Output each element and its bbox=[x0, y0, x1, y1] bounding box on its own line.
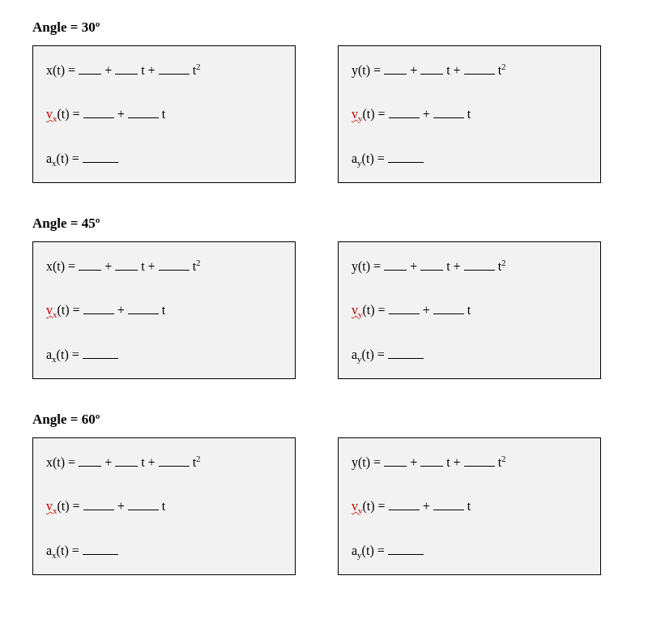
blank bbox=[83, 543, 118, 554]
velocity-equation: vy(t) = + t bbox=[352, 302, 587, 318]
equation-box-y: y(t) = + t + t2vy(t) = + tay(t) = bbox=[338, 437, 601, 575]
velocity-var: vy bbox=[352, 107, 363, 121]
velocity-var: vx bbox=[46, 499, 58, 513]
blank bbox=[388, 347, 424, 358]
blank bbox=[79, 259, 101, 271]
velocity-equation: vx(t) = + t bbox=[46, 498, 282, 514]
velocity-equation: vx(t) = + t bbox=[46, 106, 282, 122]
blank bbox=[464, 63, 495, 75]
blank bbox=[433, 303, 464, 314]
equation-box-x: x(t) = + t + t2vx(t) = + tax(t) = bbox=[32, 45, 296, 183]
acceleration-equation: ax(t) = bbox=[46, 347, 282, 362]
acceleration-equation: ay(t) = bbox=[352, 151, 587, 166]
blank bbox=[128, 107, 159, 118]
blank bbox=[115, 259, 138, 271]
blank bbox=[83, 151, 118, 162]
blank bbox=[128, 303, 159, 314]
equation-box-y: y(t) = + t + t2vy(t) = + tay(t) = bbox=[338, 241, 601, 379]
pos-var: x bbox=[46, 259, 53, 273]
pos-var: x bbox=[46, 63, 53, 77]
blank bbox=[389, 499, 420, 510]
blank bbox=[83, 107, 114, 118]
blank bbox=[433, 107, 464, 118]
pos-var: y bbox=[352, 259, 358, 273]
equation-box-y: y(t) = + t + t2vy(t) = + tay(t) = bbox=[338, 45, 601, 183]
accel-var: ax bbox=[46, 544, 57, 557]
blank bbox=[83, 499, 114, 510]
blank bbox=[79, 455, 101, 467]
blank bbox=[384, 455, 407, 467]
accel-var: ax bbox=[46, 348, 57, 361]
section-row: x(t) = + t + t2vx(t) = + tax(t) = y(t) =… bbox=[32, 241, 616, 379]
position-equation: y(t) = + t + t2 bbox=[352, 62, 587, 78]
blank bbox=[128, 499, 159, 510]
blank bbox=[388, 543, 424, 554]
blank bbox=[83, 347, 118, 358]
velocity-var: vy bbox=[352, 499, 363, 513]
blank bbox=[159, 455, 190, 467]
blank bbox=[389, 303, 420, 314]
velocity-var: vy bbox=[352, 303, 363, 317]
velocity-var: vx bbox=[46, 107, 58, 121]
position-equation: x(t) = + t + t2 bbox=[46, 258, 282, 274]
blank bbox=[159, 259, 190, 271]
position-equation: y(t) = + t + t2 bbox=[352, 454, 587, 470]
velocity-var: vx bbox=[46, 303, 58, 317]
blank bbox=[83, 303, 114, 314]
blank bbox=[115, 455, 138, 467]
pos-var: y bbox=[352, 63, 358, 77]
velocity-equation: vy(t) = + t bbox=[352, 106, 587, 122]
acceleration-equation: ax(t) = bbox=[46, 543, 282, 558]
blank bbox=[420, 63, 443, 75]
accel-var: ay bbox=[352, 348, 362, 361]
equation-box-x: x(t) = + t + t2vx(t) = + tax(t) = bbox=[32, 437, 296, 575]
blank bbox=[464, 455, 495, 467]
acceleration-equation: ay(t) = bbox=[352, 347, 587, 362]
blank bbox=[389, 107, 420, 118]
section-row: x(t) = + t + t2vx(t) = + tax(t) = y(t) =… bbox=[32, 45, 616, 183]
accel-var: ax bbox=[46, 151, 57, 165]
accel-var: ay bbox=[352, 151, 362, 165]
blank bbox=[420, 455, 443, 467]
section-row: x(t) = + t + t2vx(t) = + tax(t) = y(t) =… bbox=[32, 437, 616, 575]
section-title: Angle = 60º bbox=[32, 412, 616, 428]
position-equation: x(t) = + t + t2 bbox=[46, 454, 282, 470]
acceleration-equation: ax(t) = bbox=[46, 151, 282, 166]
position-equation: y(t) = + t + t2 bbox=[352, 258, 587, 274]
blank bbox=[79, 63, 101, 75]
blank bbox=[388, 151, 424, 162]
pos-var: x bbox=[46, 455, 53, 469]
blank bbox=[420, 259, 443, 271]
blank bbox=[384, 63, 407, 75]
blank bbox=[433, 499, 464, 510]
section-title: Angle = 30º bbox=[32, 19, 616, 36]
position-equation: x(t) = + t + t2 bbox=[46, 62, 282, 78]
section-title: Angle = 45º bbox=[32, 215, 616, 232]
blank bbox=[159, 63, 190, 75]
velocity-equation: vy(t) = + t bbox=[352, 498, 587, 514]
blank bbox=[115, 63, 138, 75]
acceleration-equation: ay(t) = bbox=[352, 543, 587, 558]
accel-var: ay bbox=[352, 544, 362, 557]
velocity-equation: vx(t) = + t bbox=[46, 302, 282, 318]
equation-box-x: x(t) = + t + t2vx(t) = + tax(t) = bbox=[32, 241, 296, 379]
blank bbox=[384, 259, 407, 271]
blank bbox=[464, 259, 495, 271]
pos-var: y bbox=[352, 455, 358, 469]
